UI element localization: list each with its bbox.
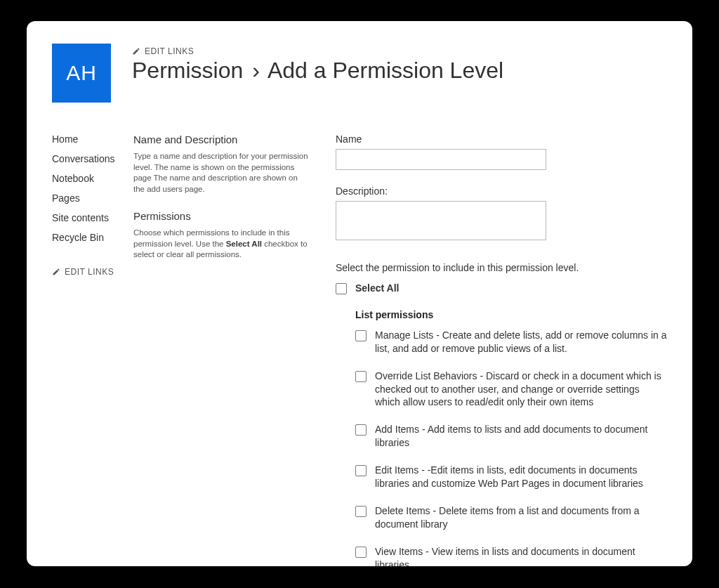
perm-row-manage-lists: Manage Lists - Create and delete lists, … [336,329,667,355]
description-input[interactable] [336,201,546,240]
edit-links-top[interactable]: EDIT LINKS [132,46,503,56]
edit-links-top-label: EDIT LINKS [145,46,194,56]
perm-label-edit-items: Edit Items - -Edit items in lists, edit … [375,464,667,490]
help-perm-text-bold: Select All [226,240,262,248]
site-logo-text: AH [66,61,97,85]
perm-row-edit-items: Edit Items - -Edit items in lists, edit … [336,464,667,490]
nav-item-conversations[interactable]: Conversations [52,153,133,164]
help-column: Name and Description Type a name and des… [133,133,316,566]
select-all-checkbox[interactable] [336,283,347,294]
perm-row-override-list-behaviors: Override List Behaviors - Discard or che… [336,370,667,410]
perm-checkbox-delete-items[interactable] [355,506,367,517]
perm-checkbox-edit-items[interactable] [355,465,367,476]
pencil-icon [132,47,140,55]
select-all-label: Select All [355,282,400,295]
perm-label-add-items: Add Items - Add items to lists and add d… [375,423,667,450]
perm-row-view-items: View Items - View items in lists and doc… [336,545,667,566]
list-permissions-header: List permissions [355,309,667,320]
perm-label-delete-items: Delete Items - Delete items from a list … [375,504,667,531]
select-all-row: Select All [336,282,667,295]
name-label: Name [336,133,667,145]
pencil-icon [52,268,60,276]
description-label: Description: [336,185,667,197]
perm-label-override-list-behaviors: Override List Behaviors - Discard or che… [375,370,667,410]
perm-label-view-items: View Items - View items in lists and doc… [375,545,667,566]
help-permissions: Permissions Choose which permissions to … [133,210,316,261]
perm-label-manage-lists: Manage Lists - Create and delete lists, … [375,329,667,355]
perm-checkbox-view-items[interactable] [355,547,367,558]
edit-links-side-label: EDIT LINKS [65,267,114,277]
body-row: Home Conversations Notebook Pages Site c… [52,133,667,566]
breadcrumb-separator: › [252,58,260,83]
perm-row-add-items: Add Items - Add items to lists and add d… [336,423,667,450]
title-column: EDIT LINKS Permission › Add a Permission… [132,44,503,103]
site-logo: AH [52,44,111,103]
breadcrumb-current: Add a Permission Level [268,58,503,83]
help-name-description: Name and Description Type a name and des… [133,133,316,195]
name-input[interactable] [336,149,546,170]
form-column: Name Description: Select the permission … [336,133,667,566]
nav-item-home[interactable]: Home [52,133,133,145]
header-row: AH EDIT LINKS Permission › Add a Permiss… [52,44,667,103]
nav-item-recycle-bin[interactable]: Recycle Bin [52,232,133,243]
permission-hint: Select the permission to include in this… [336,262,667,273]
help-nd-title: Name and Description [133,133,316,145]
nav-item-pages[interactable]: Pages [52,192,133,204]
side-nav: Home Conversations Notebook Pages Site c… [52,133,133,566]
edit-links-side[interactable]: EDIT LINKS [52,267,133,277]
breadcrumb-parent: Permission [132,58,243,83]
perm-checkbox-add-items[interactable] [355,424,367,436]
app-window: AH EDIT LINKS Permission › Add a Permiss… [27,21,692,566]
nav-item-site-contents[interactable]: Site contents [52,212,133,223]
perm-checkbox-override-list-behaviors[interactable] [355,371,367,382]
help-nd-text: Type a name and description for your per… [133,151,309,195]
perm-checkbox-manage-lists[interactable] [355,330,367,341]
page-title: Permission › Add a Permission Level [132,59,503,83]
nav-item-notebook[interactable]: Notebook [52,173,133,184]
help-perm-title: Permissions [133,210,316,222]
perm-row-delete-items: Delete Items - Delete items from a list … [336,504,667,531]
help-perm-text: Choose which permissions to include in t… [133,228,309,261]
